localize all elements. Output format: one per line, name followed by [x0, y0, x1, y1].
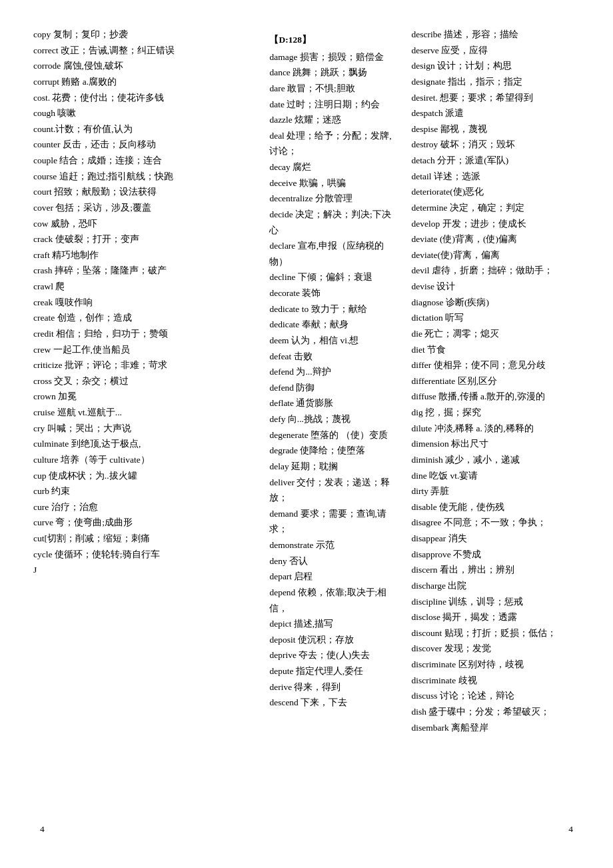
list-item: deceive 欺骗，哄骗 [269, 175, 398, 191]
list-item: derive 得来，得到 [269, 679, 398, 695]
list-item: course 追赶；跑过;指引航线；快跑 [33, 169, 249, 185]
list-item: defend 为...辩护 [269, 364, 398, 380]
list-item: decide 决定；解决；判决;下决心 [269, 207, 398, 238]
list-item: crash 摔碎；坠落；隆隆声；破产 [33, 263, 249, 279]
list-item: depend 依赖，依靠;取决于;相信， [269, 585, 398, 616]
middle-column: 【D:128】damage 损害；损毁；赔偿金dance 跳舞；跳跃；飘扬dar… [263, 27, 404, 811]
list-item: corrupt 贿赂 a.腐败的 [33, 74, 249, 90]
list-item: design 设计；计划；构思 [412, 58, 580, 74]
list-item: deprive 夺去；使(人)失去 [269, 647, 398, 663]
list-item: deem 认为，相信 vi.想 [269, 333, 398, 349]
list-item: crack 使破裂；打开；变声 [33, 231, 249, 247]
list-item: criticize 批评；评论；非难；苛求 [33, 357, 249, 373]
list-item: deteriorate(使)恶化 [412, 184, 580, 200]
list-item: develop 开发；进步；使成长 [412, 216, 580, 232]
list-item: diminish 减少，减小，递减 [412, 452, 580, 468]
list-item: disapprove 不赞成 [412, 547, 580, 563]
list-item: diet 节食 [412, 342, 580, 358]
list-item: cow 威胁，恐吓 [33, 216, 249, 232]
list-item: discuss 讨论；论述，辩论 [412, 688, 580, 704]
list-item: depart 启程 [269, 569, 398, 585]
list-item: decentralize 分散管理 [269, 191, 398, 207]
list-item: disclose 揭开，揭发；透露 [412, 609, 580, 625]
list-item: diffuse 散播,传播 a.散开的,弥漫的 [412, 389, 580, 405]
list-item: cure 治疗；治愈 [33, 499, 249, 515]
list-item: disable 使无能，使伤残 [412, 499, 580, 515]
page-container: copy 复制；复印；抄袭correct 改正；告诫,调整；纠正错误corrod… [0, 0, 613, 868]
list-item: deliver 交付；发表；递送；释放； [269, 475, 398, 506]
list-item: discern 看出，辨出；辨别 [412, 562, 580, 578]
list-item: deviate (使)背离，(使)偏离 [412, 231, 580, 247]
list-item: degenerate 堕落的 （使）变质 [269, 427, 398, 443]
list-item: J [33, 562, 249, 578]
list-item: defend 防御 [269, 380, 398, 396]
list-item: create 创造，创作；造成 [33, 310, 249, 326]
list-item: cup 使成杯状；为..拔火罐 [33, 468, 249, 484]
list-item: dedicate 奉献；献身 [269, 317, 398, 333]
list-item: deposit 使沉积；存放 [269, 632, 398, 648]
list-item: descend 下来，下去 [269, 695, 398, 711]
list-item: desiret. 想要；要求；希望得到 [412, 90, 580, 106]
list-item: destroy 破坏；消灭；毁坏 [412, 137, 580, 153]
list-item: curb 约束 [33, 483, 249, 499]
list-item: decay 腐烂 [269, 159, 398, 175]
list-item: deal 处理；给予；分配；发牌,讨论； [269, 128, 398, 159]
list-item: court 招致；献殷勤；设法获得 [33, 184, 249, 200]
list-item: date 过时；注明日期；约会 [269, 97, 398, 113]
list-item: describe 描述，形容；描绘 [412, 27, 580, 43]
list-item: copy 复制；复印；抄袭 [33, 27, 249, 43]
list-item: couple 结合；成婚；连接；连合 [33, 153, 249, 169]
list-item: dictation 听写 [412, 310, 580, 326]
list-item: decorate 装饰 [269, 285, 398, 301]
columns: copy 复制；复印；抄袭correct 改正；告诫,调整；纠正错误corrod… [33, 27, 580, 811]
list-item: culminate 到绝顶,达于极点, [33, 436, 249, 452]
list-item: devise 设计 [412, 279, 580, 295]
list-item: degrade 使降给；使堕落 [269, 443, 398, 459]
list-item: depict 描述,描写 [269, 616, 398, 632]
list-item: despatch 派遣 [412, 105, 580, 121]
list-item: counter 反击，还击；反向移动 [33, 137, 249, 153]
list-item: cross 交叉；杂交；横过 [33, 373, 249, 389]
list-item: crown 加冕 [33, 389, 249, 405]
list-item: creak 嘎吱作响 [33, 295, 249, 311]
page-footer: 4 4 [33, 824, 580, 835]
list-item: depute 指定代理人,委任 [269, 663, 398, 679]
list-item: deny 否认 [269, 553, 398, 569]
list-item: demonstrate 示范 [269, 537, 398, 553]
list-item: deflate 通货膨胀 [269, 395, 398, 411]
list-item: delay 延期；耽搁 [269, 459, 398, 475]
list-item: demand 要求；需要；查询,请求； [269, 506, 398, 537]
section-header: 【D:128】 [269, 32, 398, 48]
list-item: disappear 消失 [412, 531, 580, 547]
page-number-left: 4 [40, 824, 45, 835]
list-item: cry 叫喊；哭出；大声说 [33, 421, 249, 437]
list-item: differentiate 区别,区分 [412, 373, 580, 389]
list-item: dilute 冲淡,稀释 a. 淡的,稀释的 [412, 421, 580, 437]
list-item: count.计数；有价值,认为 [33, 121, 249, 137]
list-item: discriminate 区别对待，歧视 [412, 657, 580, 673]
list-item: curve 弯；使弯曲;成曲形 [33, 515, 249, 531]
list-item: cruise 巡航 vt.巡航于... [33, 405, 249, 421]
list-item: discriminate 歧视 [412, 673, 580, 689]
list-item: crew 一起工作,使当船员 [33, 342, 249, 358]
list-item: differ 使相异；使不同；意见分歧 [412, 357, 580, 373]
list-item: discover 发现；发觉 [412, 641, 580, 657]
list-item: dedicate to 致力于；献给 [269, 301, 398, 317]
list-item: dazzle 炫耀；迷惑 [269, 112, 398, 128]
list-item: discount 贴现；打折；贬损；低估； [412, 625, 580, 641]
list-item: dare 敢冒；不惧;胆敢 [269, 81, 398, 97]
list-item: die 死亡；凋零；熄灭 [412, 326, 580, 342]
right-column: describe 描述，形容；描绘deserve 应受，应得design 设计；… [405, 27, 580, 811]
list-item: credit 相信；归给，归功于；赞颂 [33, 326, 249, 342]
list-item: detach 分开；派遣(军队) [412, 153, 580, 169]
list-item: determine 决定，确定；判定 [412, 200, 580, 216]
list-item: correct 改正；告诫,调整；纠正错误 [33, 43, 249, 59]
left-column: copy 复制；复印；抄袭correct 改正；告诫,调整；纠正错误corrod… [33, 27, 263, 811]
list-item: dance 跳舞；跳跃；飘扬 [269, 65, 398, 81]
page-number-right: 4 [568, 824, 573, 835]
list-item: cost. 花费；使付出；使花许多钱 [33, 90, 249, 106]
list-item: crawl 爬 [33, 279, 249, 295]
list-item: cover 包括；采访，涉及;覆盖 [33, 200, 249, 216]
list-item: dine 吃饭 vt.宴请 [412, 468, 580, 484]
list-item: discipline 训练，训导；惩戒 [412, 594, 580, 610]
